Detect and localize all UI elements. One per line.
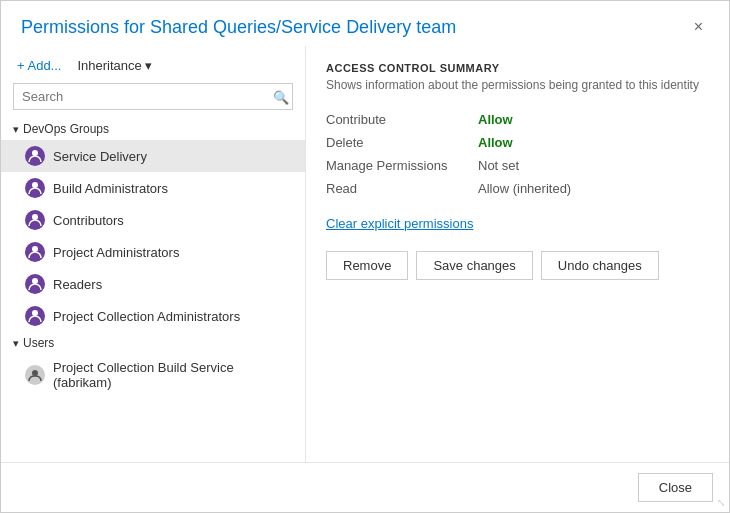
item-label: Project Administrators bbox=[53, 245, 179, 260]
perm-value: Allow bbox=[478, 135, 513, 150]
dialog-header: Permissions for Shared Queries/Service D… bbox=[1, 1, 729, 46]
item-label: Service Delivery bbox=[53, 149, 147, 164]
users-group-label: Users bbox=[23, 336, 54, 350]
item-label: Readers bbox=[53, 277, 102, 292]
avatar bbox=[25, 242, 45, 262]
perm-name: Manage Permissions bbox=[326, 158, 466, 173]
devops-groups-label: DevOps Groups bbox=[23, 122, 109, 136]
svg-point-3 bbox=[32, 246, 38, 252]
left-panel: + Add... Inheritance ▾ 🔍 DevOps Groups bbox=[1, 46, 306, 462]
users-chevron-down-icon bbox=[13, 336, 19, 350]
item-label: Project Collection Build Service (fabrik… bbox=[53, 360, 293, 390]
access-summary-desc: Shows information about the permissions … bbox=[326, 78, 709, 92]
search-icon-button[interactable]: 🔍 bbox=[273, 89, 289, 104]
perm-value: Not set bbox=[478, 158, 519, 173]
avatar bbox=[25, 178, 45, 198]
devops-groups-header[interactable]: DevOps Groups bbox=[1, 118, 305, 140]
save-changes-button[interactable]: Save changes bbox=[416, 251, 532, 280]
close-dialog-button[interactable]: Close bbox=[638, 473, 713, 502]
avatar bbox=[25, 210, 45, 230]
perm-name: Read bbox=[326, 181, 466, 196]
perm-name: Delete bbox=[326, 135, 466, 150]
inheritance-button[interactable]: Inheritance ▾ bbox=[71, 56, 157, 75]
avatar bbox=[25, 274, 45, 294]
list-item[interactable]: Contributors bbox=[1, 204, 305, 236]
perm-row: Manage Permissions Not set bbox=[326, 154, 709, 177]
svg-point-0 bbox=[32, 150, 38, 156]
right-panel: ACCESS CONTROL SUMMARY Shows information… bbox=[306, 46, 729, 462]
action-buttons: Remove Save changes Undo changes bbox=[326, 251, 709, 280]
perm-value: Allow bbox=[478, 112, 513, 127]
users-group-header[interactable]: Users bbox=[1, 332, 305, 354]
dialog-body: + Add... Inheritance ▾ 🔍 DevOps Groups bbox=[1, 46, 729, 462]
dialog: Permissions for Shared Queries/Service D… bbox=[0, 0, 730, 513]
svg-point-4 bbox=[32, 278, 38, 284]
item-label: Contributors bbox=[53, 213, 124, 228]
svg-point-2 bbox=[32, 214, 38, 220]
avatar bbox=[25, 146, 45, 166]
list-item[interactable]: Project Collection Build Service (fabrik… bbox=[1, 354, 305, 396]
svg-point-5 bbox=[32, 310, 38, 316]
resize-handle[interactable]: ⤡ bbox=[717, 497, 725, 508]
close-x-button[interactable]: × bbox=[688, 17, 709, 37]
avatar bbox=[25, 365, 45, 385]
undo-changes-button[interactable]: Undo changes bbox=[541, 251, 659, 280]
clear-explicit-permissions-link[interactable]: Clear explicit permissions bbox=[326, 216, 709, 231]
search-box: 🔍 bbox=[13, 83, 293, 110]
toolbar: + Add... Inheritance ▾ bbox=[1, 56, 305, 83]
list-item[interactable]: Project Collection Administrators bbox=[1, 300, 305, 332]
perm-name: Contribute bbox=[326, 112, 466, 127]
dialog-footer: Close bbox=[1, 462, 729, 512]
remove-button[interactable]: Remove bbox=[326, 251, 408, 280]
perm-row: Read Allow (inherited) bbox=[326, 177, 709, 200]
search-input[interactable] bbox=[13, 83, 293, 110]
perm-row: Contribute Allow bbox=[326, 108, 709, 131]
svg-point-6 bbox=[32, 370, 38, 376]
list-item[interactable]: Build Administrators bbox=[1, 172, 305, 204]
perm-value: Allow (inherited) bbox=[478, 181, 571, 196]
access-summary-title: ACCESS CONTROL SUMMARY bbox=[326, 62, 709, 74]
svg-point-1 bbox=[32, 182, 38, 188]
dialog-title: Permissions for Shared Queries/Service D… bbox=[21, 17, 456, 38]
item-label: Project Collection Administrators bbox=[53, 309, 240, 324]
search-icon: 🔍 bbox=[273, 89, 289, 104]
list-item[interactable]: Project Administrators bbox=[1, 236, 305, 268]
permissions-table: Contribute Allow Delete Allow Manage Per… bbox=[326, 108, 709, 200]
list-item[interactable]: Readers bbox=[1, 268, 305, 300]
add-button[interactable]: + Add... bbox=[13, 56, 65, 75]
chevron-down-icon bbox=[13, 122, 19, 136]
inheritance-chevron-icon: ▾ bbox=[145, 58, 152, 73]
avatar bbox=[25, 306, 45, 326]
list-item[interactable]: Service Delivery bbox=[1, 140, 305, 172]
inheritance-label: Inheritance bbox=[77, 58, 141, 73]
perm-row: Delete Allow bbox=[326, 131, 709, 154]
item-label: Build Administrators bbox=[53, 181, 168, 196]
